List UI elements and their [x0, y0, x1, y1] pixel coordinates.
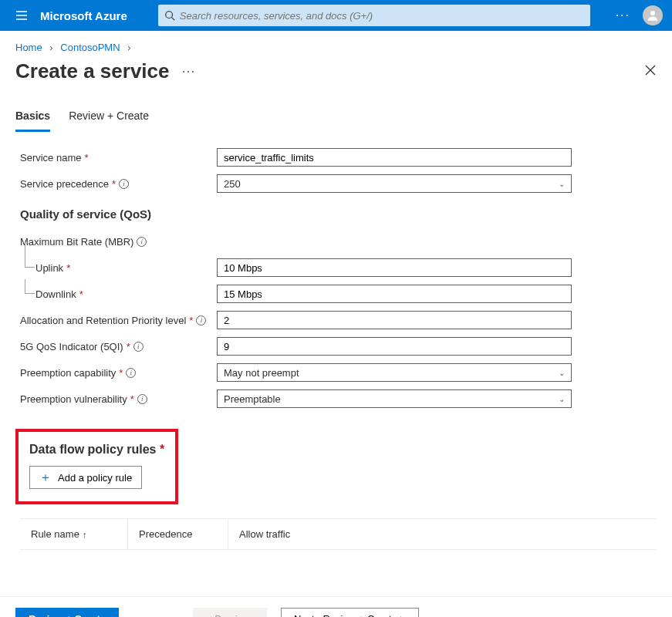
tab-review-create[interactable]: Review + Create — [69, 105, 149, 132]
plus-icon: ＋ — [39, 471, 52, 484]
info-icon[interactable]: i — [137, 237, 147, 247]
info-icon[interactable]: i — [133, 342, 144, 352]
svg-point-3 — [166, 12, 173, 19]
chevron-down-icon: ⌄ — [559, 369, 565, 377]
preempt-vul-label: Preemption vulnerability * i — [20, 393, 217, 405]
service-precedence-label: Service precedence * i — [20, 178, 217, 190]
page-title: Create a service — [15, 59, 169, 83]
svg-line-4 — [171, 18, 174, 21]
breadcrumb: Home › ContosoPMN › — [0, 31, 672, 59]
arp-label: Allocation and Retention Priority level … — [20, 315, 217, 326]
more-icon[interactable]: ··· — [616, 8, 630, 22]
next-button[interactable]: Next : Review + Create > — [281, 608, 419, 617]
policy-table-header: Rule name ↑ Precedence Allow traffic — [20, 518, 657, 550]
mbr-label: Maximum Bit Rate (MBR) i — [20, 236, 217, 248]
chevron-right-icon: › — [127, 42, 130, 53]
sort-asc-icon: ↑ — [83, 530, 87, 539]
qos-heading: Quality of service (QoS) — [20, 207, 657, 221]
svg-point-5 — [650, 11, 655, 15]
arp-input[interactable] — [217, 311, 572, 329]
avatar[interactable] — [643, 5, 663, 25]
info-icon[interactable]: i — [126, 368, 136, 378]
breadcrumb-contosopmn[interactable]: ContosoPMN — [60, 42, 120, 53]
title-more-icon[interactable]: ··· — [181, 63, 195, 79]
breadcrumb-home[interactable]: Home — [15, 42, 42, 53]
top-bar: Microsoft Azure ··· — [0, 0, 672, 31]
col-precedence[interactable]: Precedence — [128, 519, 228, 549]
title-row: Create a service ··· — [0, 59, 672, 97]
footer: Review + Create < Previous Next : Review… — [0, 597, 672, 617]
policy-highlight-box: Data flow policy rules * ＋ Add a policy … — [15, 429, 178, 504]
preempt-cap-label: Preemption capability * i — [20, 367, 217, 379]
downlink-input[interactable] — [217, 285, 572, 303]
hamburger-icon[interactable] — [9, 8, 34, 22]
review-create-button[interactable]: Review + Create — [15, 608, 119, 617]
tab-basics[interactable]: Basics — [15, 105, 50, 132]
col-allow-traffic[interactable]: Allow traffic — [228, 519, 329, 549]
service-name-input[interactable] — [217, 148, 572, 167]
tabs: Basics Review + Create — [0, 105, 672, 132]
previous-button: < Previous — [193, 608, 267, 617]
search-input[interactable] — [180, 10, 584, 22]
chevron-down-icon: ⌄ — [559, 180, 565, 188]
search-icon — [164, 10, 175, 21]
col-rule-name[interactable]: Rule name ↑ — [20, 519, 128, 549]
downlink-label: Downlink * — [35, 288, 217, 300]
fiveqi-label: 5G QoS Indicator (5QI) * i — [20, 341, 217, 352]
preempt-vul-select[interactable]: Preemptable ⌄ — [217, 389, 572, 408]
add-policy-rule-button[interactable]: ＋ Add a policy rule — [29, 466, 142, 489]
info-icon[interactable]: i — [119, 179, 129, 189]
info-icon[interactable]: i — [137, 394, 147, 404]
info-icon[interactable]: i — [196, 315, 206, 325]
uplink-input[interactable] — [217, 258, 572, 277]
form: Service name * Service precedence * i 25… — [0, 132, 672, 550]
chevron-down-icon: ⌄ — [559, 395, 565, 403]
service-name-label: Service name * — [20, 152, 217, 164]
brand-label[interactable]: Microsoft Azure — [40, 9, 127, 22]
fiveqi-input[interactable] — [217, 337, 572, 356]
policy-heading: Data flow policy rules * — [29, 443, 164, 456]
search-input-wrapper[interactable] — [158, 5, 590, 26]
service-precedence-select[interactable]: 250 ⌄ — [217, 174, 572, 193]
uplink-label: Uplink * — [35, 262, 217, 274]
close-button[interactable] — [644, 64, 657, 79]
user-icon — [646, 8, 660, 22]
preempt-cap-select[interactable]: May not preempt ⌄ — [217, 363, 572, 382]
chevron-right-icon: › — [49, 42, 52, 53]
